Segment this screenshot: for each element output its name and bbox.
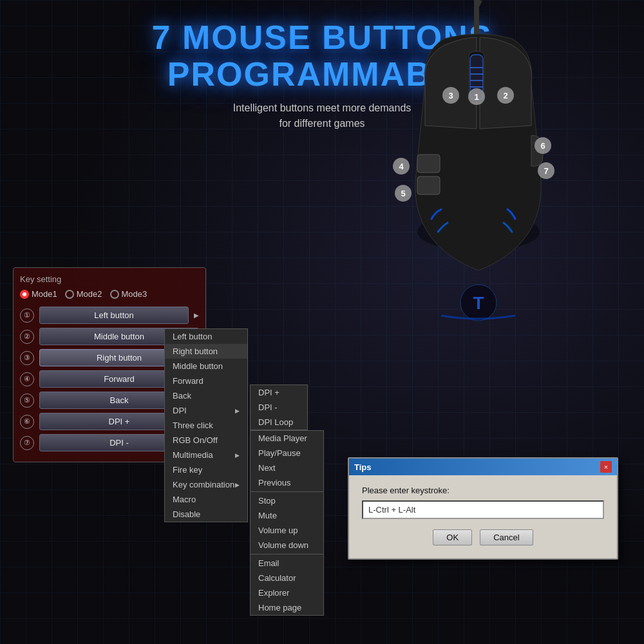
separator-2 bbox=[251, 554, 323, 554]
mode-row: Mode1 Mode2 Mode3 bbox=[20, 289, 199, 299]
volume-down-item[interactable]: Volume down bbox=[251, 538, 323, 553]
menu-back[interactable]: Back bbox=[165, 388, 247, 403]
menu-dpi[interactable]: DPI▶ bbox=[165, 403, 247, 418]
mode1-option[interactable]: Mode1 bbox=[20, 289, 57, 299]
button-row-1: ① Left button ▶ bbox=[20, 307, 199, 324]
tips-input[interactable]: L-Ctrl + L-Alt bbox=[362, 500, 604, 519]
dpi-minus-item[interactable]: DPI - bbox=[251, 400, 307, 415]
mode1-radio[interactable] bbox=[20, 290, 29, 299]
dpi-submenu: DPI + DPI - DPI Loop bbox=[250, 384, 308, 430]
calculator-item[interactable]: Calculator bbox=[251, 571, 323, 585]
svg-rect-8 bbox=[417, 155, 440, 173]
btn-num-7: ⑦ bbox=[20, 436, 34, 450]
arrow-1: ▶ bbox=[194, 312, 199, 319]
previous-item[interactable]: Previous bbox=[251, 475, 323, 490]
tips-ok-button[interactable]: OK bbox=[433, 529, 472, 545]
btn-num-4: ④ bbox=[20, 372, 34, 386]
mode3-option[interactable]: Mode3 bbox=[110, 289, 147, 299]
menu-multimedia[interactable]: Multimedia▶ bbox=[165, 448, 247, 462]
btn-num-2: ② bbox=[20, 330, 34, 344]
menu-left-button[interactable]: Left button bbox=[165, 329, 247, 344]
separator-1 bbox=[251, 491, 323, 492]
menu-fire-key[interactable]: Fire key bbox=[165, 462, 247, 477]
mode3-radio[interactable] bbox=[110, 290, 119, 299]
mode2-label: Mode2 bbox=[77, 289, 102, 299]
mode1-label: Mode1 bbox=[32, 289, 57, 299]
menu-macro[interactable]: Macro bbox=[165, 492, 247, 507]
svg-text:5: 5 bbox=[401, 189, 405, 198]
menu-middle-button[interactable]: Middle button bbox=[165, 359, 247, 374]
svg-rect-9 bbox=[417, 176, 440, 194]
explorer-item[interactable]: Explorer bbox=[251, 585, 323, 600]
dpi-loop-item[interactable]: DPI Loop bbox=[251, 415, 307, 430]
media-player-item[interactable]: Media Player bbox=[251, 431, 323, 446]
svg-text:4: 4 bbox=[399, 162, 404, 171]
btn-num-5: ⑤ bbox=[20, 393, 34, 408]
stop-item[interactable]: Stop bbox=[251, 493, 323, 508]
mode2-option[interactable]: Mode2 bbox=[65, 289, 102, 299]
homepage-item[interactable]: Home page bbox=[251, 600, 323, 615]
btn-num-1: ① bbox=[20, 308, 34, 323]
multimedia-submenu: Media Player Play/Pause Next Previous St… bbox=[250, 430, 324, 616]
btn-num-6: ⑥ bbox=[20, 415, 34, 429]
panel-title: Key setting bbox=[20, 274, 199, 284]
menu-three-click[interactable]: Three click bbox=[165, 418, 247, 433]
main-dropdown-menu: Left button Right button Middle button F… bbox=[164, 328, 248, 522]
svg-text:1: 1 bbox=[474, 92, 478, 102]
volume-up-item[interactable]: Volume up bbox=[251, 523, 323, 538]
dpi-plus-item[interactable]: DPI + bbox=[251, 385, 307, 400]
svg-text:7: 7 bbox=[544, 166, 548, 176]
tips-dialog: Tips × Please enter keystroke: L-Ctrl + … bbox=[348, 457, 618, 560]
email-item[interactable]: Email bbox=[251, 556, 323, 571]
svg-text:T: T bbox=[473, 293, 484, 313]
btn-num-3: ③ bbox=[20, 351, 34, 365]
svg-text:3: 3 bbox=[448, 91, 453, 100]
mode3-label: Mode3 bbox=[122, 289, 147, 299]
menu-right-button[interactable]: Right button bbox=[165, 344, 247, 359]
tips-body: Please enter keystroke: L-Ctrl + L-Alt O… bbox=[349, 475, 617, 558]
menu-key-combo[interactable]: Key combination▶ bbox=[165, 477, 247, 492]
tips-prompt: Please enter keystroke: bbox=[362, 486, 604, 495]
tips-titlebar: Tips × bbox=[349, 459, 617, 475]
next-item[interactable]: Next bbox=[251, 460, 323, 475]
tips-close-button[interactable]: × bbox=[600, 461, 612, 473]
tips-title: Tips bbox=[354, 462, 372, 472]
svg-text:2: 2 bbox=[503, 91, 507, 100]
svg-text:6: 6 bbox=[540, 141, 545, 151]
btn-left[interactable]: Left button bbox=[39, 307, 189, 324]
menu-rgb[interactable]: RGB On/Off bbox=[165, 433, 247, 448]
tips-cancel-button[interactable]: Cancel bbox=[480, 529, 533, 545]
menu-disable[interactable]: Disable bbox=[165, 507, 247, 522]
menu-forward[interactable]: Forward bbox=[165, 374, 247, 388]
mode2-radio[interactable] bbox=[65, 290, 74, 299]
mouse-illustration: T 1 2 3 4 5 6 7 bbox=[341, 0, 612, 361]
play-pause-item[interactable]: Play/Pause bbox=[251, 446, 323, 460]
mute-item[interactable]: Mute bbox=[251, 508, 323, 523]
tips-buttons: OK Cancel bbox=[362, 529, 604, 545]
